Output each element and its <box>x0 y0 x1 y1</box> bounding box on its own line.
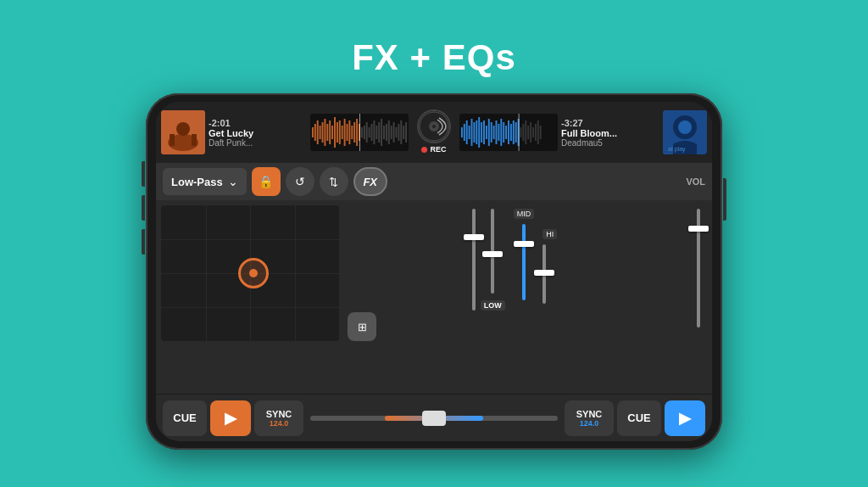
center-fader-track[interactable] <box>472 209 476 311</box>
vol-fader-track[interactable] <box>697 209 700 327</box>
svg-rect-67 <box>503 122 504 143</box>
svg-rect-20 <box>347 124 348 141</box>
svg-text:at play: at play <box>668 146 686 153</box>
play-right-button[interactable]: ▶ <box>665 400 705 436</box>
svg-rect-70 <box>510 124 512 141</box>
right-artist: Deadmau5 <box>561 138 659 148</box>
center-faders: LOW MID HI <box>344 200 685 394</box>
svg-rect-18 <box>342 126 343 139</box>
svg-point-86 <box>678 120 692 134</box>
svg-rect-19 <box>344 119 346 146</box>
svg-rect-79 <box>532 127 534 137</box>
hi-fader-container: HI <box>542 229 557 304</box>
svg-rect-32 <box>376 126 377 139</box>
eq-button[interactable]: ⇅ <box>320 167 348 196</box>
rec-dot <box>421 147 427 153</box>
sync-left-bpm: 124.0 <box>270 419 289 428</box>
mid-fader-track[interactable] <box>522 224 526 300</box>
svg-rect-61 <box>488 119 490 146</box>
fx-controls-bar: Low-Pass ⌄ 🔒 ↺ ⇅ FX VOL <box>156 163 712 200</box>
low-fader-track[interactable] <box>491 209 494 294</box>
vol-label: VOL <box>686 176 705 187</box>
grid-button[interactable]: ⊞ <box>348 312 376 341</box>
svg-rect-59 <box>483 120 485 144</box>
bottom-controls: CUE ▶ SYNC 124.0 SYNC 124.0 <box>156 394 712 441</box>
main-content: LOW MID HI <box>156 200 712 394</box>
svg-rect-11 <box>324 119 326 146</box>
fx-dropdown[interactable]: Low-Pass ⌄ <box>163 168 247 195</box>
svg-rect-51 <box>464 124 465 141</box>
svg-rect-44 <box>405 122 407 143</box>
svg-rect-30 <box>371 124 373 141</box>
rec-label: REC <box>430 145 446 154</box>
svg-rect-31 <box>373 120 375 144</box>
rec-badge: REC <box>421 145 446 154</box>
left-time: -2:01 <box>209 118 307 128</box>
svg-rect-4 <box>192 134 197 146</box>
hi-fader-track[interactable] <box>542 244 546 304</box>
svg-rect-83 <box>519 114 520 151</box>
right-time: -3:27 <box>561 118 659 128</box>
low-label: LOW <box>481 300 505 311</box>
hi-fader-knob <box>534 270 554 276</box>
right-album-art: at play <box>663 110 707 154</box>
svg-rect-27 <box>364 126 365 139</box>
screen: -2:01 Get Lucky Daft Punk... <box>156 102 712 441</box>
svg-rect-13 <box>329 120 331 144</box>
svg-rect-64 <box>496 120 498 144</box>
svg-point-2 <box>176 122 190 136</box>
xy-pad-cursor <box>238 258 269 288</box>
svg-rect-55 <box>473 122 475 143</box>
left-deck-info: -2:01 Get Lucky Daft Punk... <box>209 118 307 148</box>
svg-rect-78 <box>530 122 531 143</box>
svg-rect-52 <box>466 120 468 144</box>
phone-shell: -2:01 Get Lucky Daft Punk... <box>146 93 722 450</box>
svg-rect-40 <box>396 127 398 137</box>
lock-button[interactable]: 🔒 <box>252 167 281 196</box>
sync-left-button[interactable]: SYNC 124.0 <box>254 400 303 436</box>
crossfader-area[interactable] <box>307 416 561 421</box>
fx-button[interactable]: FX <box>353 167 387 196</box>
svg-rect-34 <box>381 119 382 146</box>
reset-button[interactable]: ↺ <box>286 167 314 196</box>
deck-right: -3:27 Full Bloom... Deadmau5 at pl <box>459 105 707 160</box>
svg-rect-50 <box>461 127 463 137</box>
cue-right-button[interactable]: CUE <box>617 400 661 436</box>
low-fader-knob <box>482 251 503 257</box>
decks-row: -2:01 Get Lucky Daft Punk... <box>156 102 712 163</box>
cue-left-button[interactable]: CUE <box>163 400 207 436</box>
filter-label: Low-Pass <box>171 176 223 188</box>
mid-label: MID <box>514 209 535 219</box>
left-waveform <box>310 114 409 151</box>
hi-label: HI <box>542 229 557 239</box>
right-deck-info: -3:27 Full Bloom... Deadmau5 <box>561 118 659 148</box>
sync-right-label: SYNC <box>576 409 603 419</box>
sync-right-button[interactable]: SYNC 124.0 <box>565 400 614 436</box>
svg-rect-77 <box>527 126 529 139</box>
svg-rect-36 <box>386 124 387 141</box>
svg-rect-56 <box>476 120 477 144</box>
center-fader-container <box>472 209 476 319</box>
svg-rect-12 <box>326 124 328 141</box>
svg-rect-8 <box>317 120 319 144</box>
svg-rect-74 <box>520 127 522 137</box>
svg-rect-7 <box>314 124 316 141</box>
svg-rect-16 <box>337 122 338 143</box>
svg-point-48 <box>432 125 436 128</box>
left-artist: Daft Punk... <box>209 138 307 148</box>
svg-rect-6 <box>312 127 314 137</box>
play-left-button[interactable]: ▶ <box>210 400 251 436</box>
svg-rect-39 <box>393 122 395 143</box>
xy-pad[interactable] <box>161 205 339 341</box>
crossfader-handle[interactable] <box>422 411 446 426</box>
sync-right-bpm: 124.0 <box>580 419 599 428</box>
mid-fader-knob <box>514 241 534 247</box>
svg-rect-10 <box>322 122 324 143</box>
svg-rect-24 <box>356 119 358 146</box>
svg-rect-82 <box>540 126 542 139</box>
svg-rect-41 <box>398 124 399 141</box>
right-waveform <box>459 114 558 151</box>
svg-rect-14 <box>331 126 333 139</box>
svg-rect-22 <box>351 126 353 139</box>
dropdown-arrow-icon: ⌄ <box>228 175 238 188</box>
